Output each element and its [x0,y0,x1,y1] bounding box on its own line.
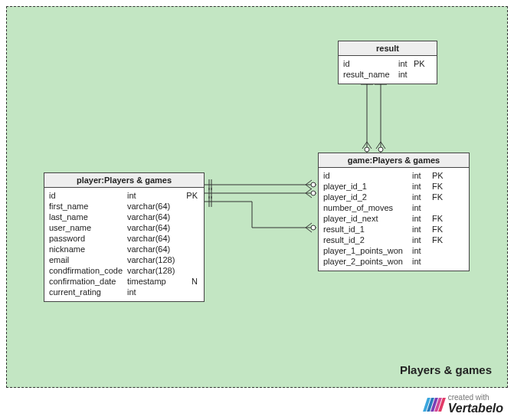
table-row: result_id_1intFK [323,224,464,235]
watermark: created with Vertabelo [425,393,503,415]
table-game[interactable]: game:Players & games idintPK player_id_1… [318,153,470,271]
table-row: last_namevarchar(64) [49,212,199,222]
table-row: nicknamevarchar(64) [49,244,199,254]
table-row: result_nameint [343,69,432,80]
diagram-canvas: result idintPK result_nameint game:Playe… [6,6,508,388]
svg-point-0 [365,147,369,152]
table-title: result [339,41,437,56]
table-row: current_ratingint [49,287,199,297]
table-rows: idintPK player_id_1intFK player_id_2intF… [319,168,469,271]
table-row: result_id_2intFK [323,235,464,245]
svg-point-4 [311,225,316,230]
table-row: condfirmation_codevarchar(128) [49,265,199,276]
svg-point-1 [378,147,383,152]
vertabelo-logo-icon [423,398,446,412]
table-title: player:Players & games [44,173,204,188]
table-rows: idintPK first_namevarchar(64) last_namev… [44,188,204,301]
table-row: number_of_movesint [323,202,464,213]
table-row: idintPK [323,170,464,181]
group-label: Players & games [400,363,492,376]
table-rows: idintPK result_nameint [339,56,437,84]
table-row: user_namevarchar(64) [49,222,199,233]
table-title: game:Players & games [319,153,469,168]
table-row: first_namevarchar(64) [49,201,199,212]
table-row: passwordvarchar(64) [49,233,199,244]
svg-point-3 [311,191,316,195]
table-row: player_2_points_wonint [323,256,464,267]
table-player[interactable]: player:Players & games idintPK first_nam… [44,172,205,302]
table-row: player_id_1intFK [323,181,464,192]
watermark-brand: Vertabelo [448,402,503,415]
table-row: player_id_nextintFK [323,213,464,224]
table-result[interactable]: result idintPK result_nameint [338,41,437,84]
table-row: idintPK [49,190,199,201]
table-row: player_id_2intFK [323,192,464,202]
table-row: emailvarchar(128) [49,254,199,265]
svg-point-2 [311,182,316,187]
table-row: idintPK [343,58,432,69]
table-row: confirmation_datetimestampN [49,276,199,287]
table-row: player_1_points_wonint [323,245,464,256]
watermark-prefix: created with [448,393,503,402]
